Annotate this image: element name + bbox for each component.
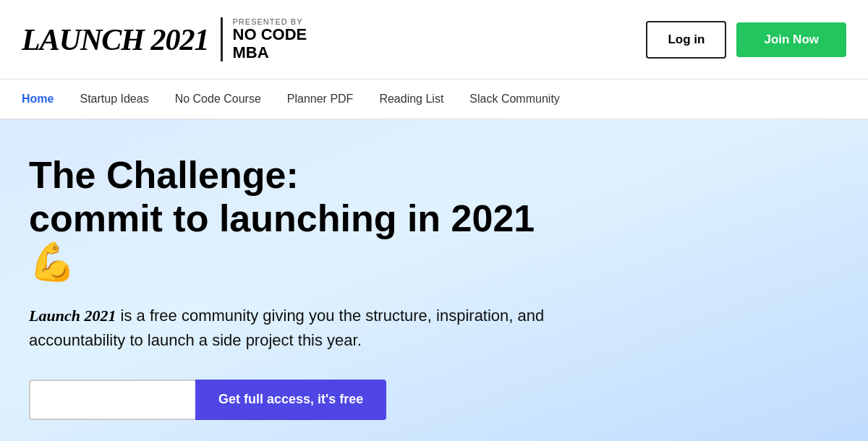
get-access-button[interactable]: Get full access, it's free	[195, 380, 386, 420]
header: Launch 2021 PRESENTED BY NO CODE MBA Log…	[0, 0, 868, 80]
email-input[interactable]	[29, 380, 195, 420]
hero-section: The Challenge: commit to launching in 20…	[0, 119, 868, 441]
login-button[interactable]: Log in	[646, 21, 726, 59]
hero-cta: Get full access, it's free	[29, 380, 839, 420]
nav-item-reading-list[interactable]: Reading List	[379, 90, 443, 108]
nav-item-home[interactable]: Home	[22, 90, 54, 108]
logo-section: Launch 2021 PRESENTED BY NO CODE MBA	[22, 17, 307, 61]
hero-description: Launch 2021 is a free community giving y…	[29, 304, 579, 353]
join-now-button[interactable]: Join Now	[736, 22, 846, 57]
nav-item-startup-ideas[interactable]: Startup Ideas	[80, 90, 148, 108]
nav-item-planner-pdf[interactable]: Planner PDF	[287, 90, 354, 108]
header-actions: Log in Join Now	[646, 21, 846, 59]
hero-title: The Challenge: commit to launching in 20…	[29, 154, 535, 283]
presented-by-block: PRESENTED BY NO CODE MBA	[221, 17, 307, 61]
main-nav: Home Startup Ideas No Code Course Planne…	[0, 80, 868, 119]
brand-name: NO CODE MBA	[233, 26, 307, 61]
nav-item-slack-community[interactable]: Slack Community	[469, 90, 559, 108]
hero-brand-inline: Launch 2021	[29, 307, 116, 325]
nav-item-no-code-course[interactable]: No Code Course	[175, 90, 261, 108]
site-logo[interactable]: Launch 2021	[22, 22, 209, 57]
